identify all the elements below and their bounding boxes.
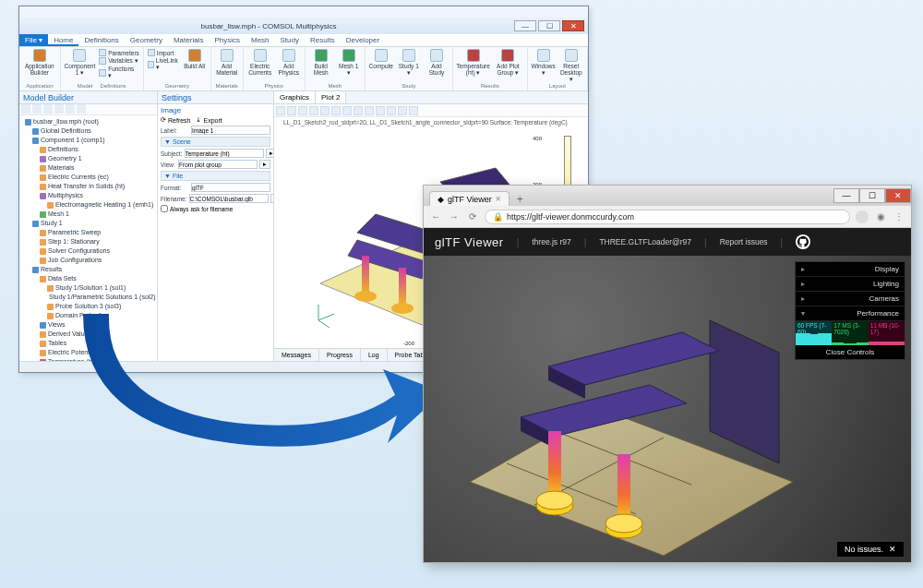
build-all-button[interactable]: Build All [183,49,207,71]
add-physics-button[interactable]: Add Physics [277,49,301,76]
tree-node[interactable]: Electromagnetic Heating 1 (emh1) [21,200,155,210]
tab-developer[interactable]: Developer [341,34,385,46]
tree-node[interactable]: Solver Configurations [21,246,155,256]
ec-button[interactable]: Electric Currents [247,49,273,76]
profile-icon[interactable]: ◉ [874,210,887,223]
functions-button[interactable]: Functions ▾ [99,66,139,79]
gtb-icon[interactable] [365,106,374,115]
tree-node[interactable]: Data Sets [21,274,155,283]
tree-node[interactable]: Materials [21,163,155,173]
export-button[interactable]: Export [203,117,222,124]
controls-panel[interactable]: ▸Display ▸Lighting ▸Cameras ▾Performance… [795,261,905,360]
gtb-icon[interactable] [409,106,418,115]
livelink-button[interactable]: LiveLink ▾ [148,57,179,71]
tb-icon[interactable] [77,104,86,114]
tb-icon[interactable] [32,104,42,114]
github-icon[interactable] [796,234,810,249]
gltf-viewer[interactable]: glTF Viewer | three.js r97 | THREE.GLTFL… [424,228,911,562]
forward-button[interactable]: → [448,210,461,223]
minimize-button[interactable]: — [514,20,536,31]
view-select[interactable] [178,160,258,169]
lighting-row[interactable]: ▸Lighting [796,277,905,292]
add-study-button[interactable]: Add Study [425,49,449,76]
add-plot-button[interactable]: Add Plot Group ▾ [493,49,523,76]
file-section[interactable]: ▼ File [161,171,270,181]
import-button[interactable]: Import [148,49,179,56]
file-tab[interactable]: File ▾ [19,34,48,46]
back-button[interactable]: ← [429,210,442,223]
gtb-icon[interactable] [342,106,352,115]
windows-button[interactable]: Windows ▾ [532,49,556,82]
tab-study[interactable]: Study [275,34,305,46]
qat-icon[interactable] [71,7,80,17]
tree-node[interactable]: Step 1: Stationary [21,237,155,246]
qat-icon[interactable] [23,7,32,17]
tree-node[interactable]: Global Definitions [21,126,155,136]
new-tab-button[interactable]: + [513,193,527,206]
chrome-maximize[interactable]: ☐ [859,188,885,203]
tab-geometry[interactable]: Geometry [125,34,168,46]
tab-physics[interactable]: Physics [209,34,246,46]
build-mesh-button[interactable]: Build Mesh [309,49,333,76]
parameters-button[interactable]: Parameters [99,49,139,56]
gtb-icon[interactable] [309,106,318,115]
component-button[interactable]: Component 1 ▾ [65,49,96,79]
close-controls-button[interactable]: Close Controls [796,345,905,359]
tree-node[interactable]: Electric Currents (ec) [21,173,155,182]
tree-node[interactable]: Multiphysics [21,191,155,200]
tree-node[interactable]: Job Configurations [21,256,155,265]
cameras-row[interactable]: ▸Cameras [796,292,905,306]
gtb-icon[interactable] [331,106,341,115]
chrome-close[interactable]: ✕ [885,188,911,203]
performance-row[interactable]: ▾Performance [796,306,905,321]
tab-materials[interactable]: Materials [168,34,209,46]
scene-section[interactable]: ▼ Scene [161,137,270,147]
gtb-icon[interactable] [287,106,296,115]
browser-tab[interactable]: ◆ glTF Viewer × [429,191,509,206]
tb-icon[interactable] [43,104,53,114]
tab-definitions[interactable]: Definitions [78,34,124,46]
tree-node[interactable]: Study 1/Solution 1 (sol1) [21,283,155,293]
qat-icon[interactable] [95,7,104,17]
gtb-icon[interactable] [376,106,385,115]
display-row[interactable]: ▸Display [796,262,905,277]
qat-icon[interactable] [35,7,44,17]
mesh1-button[interactable]: Mesh 1 ▾ [337,49,361,76]
gtb-icon[interactable] [298,106,307,115]
gtb-icon[interactable] [354,106,363,115]
tab-mesh[interactable]: Mesh [246,34,275,46]
tree-node[interactable]: busbar_llsw.mph (root) [21,117,155,126]
tb-icon[interactable] [54,104,64,114]
browse-button[interactable]: Browse... [270,194,273,203]
loader-link[interactable]: THREE.GLTFLoader@r97 [599,237,691,246]
tree-node[interactable]: Study 1 [21,219,155,228]
always-ask-check[interactable]: Always ask for filename [161,205,270,212]
filename-input[interactable] [189,194,269,203]
tree-node[interactable]: Mesh 1 [21,210,155,219]
qat-icon[interactable] [83,7,92,17]
toast-close-icon[interactable]: ✕ [889,545,896,554]
compute-button[interactable]: Compute [369,49,393,76]
gtb-icon[interactable] [387,106,396,115]
url-bar[interactable]: 🔒 https://gltf-viewer.donmccurdy.com [485,210,850,224]
reset-button[interactable]: Reset Desktop ▾ [559,49,583,82]
gtb-icon[interactable] [276,106,285,115]
tree-node[interactable]: Component 1 (comp1) [21,136,155,145]
refresh-button[interactable]: Refresh [168,117,191,124]
tree-node[interactable]: Geometry 1 [21,154,155,163]
tab-plot2[interactable]: Plot 2 [316,91,346,103]
temperature-button[interactable]: Temperature (ht) ▾ [457,49,489,76]
threejs-link[interactable]: three.js r97 [532,237,571,246]
maximize-button[interactable]: ☐ [538,20,560,31]
format-select[interactable] [191,183,270,192]
study1-button[interactable]: Study 1 ▾ [397,49,421,76]
qat-icon[interactable] [59,7,68,17]
add-material-button[interactable]: Add Material [215,49,239,76]
close-button[interactable]: ✕ [562,20,584,31]
tree-node[interactable]: Parametric Sweep [21,228,155,237]
tab-graphics[interactable]: Graphics [274,91,316,103]
reload-button[interactable]: ⟳ [466,210,479,223]
chrome-minimize[interactable]: — [833,188,859,203]
menu-icon[interactable]: ⋮ [893,210,905,223]
no-issues-toast[interactable]: No issues. ✕ [837,542,904,557]
